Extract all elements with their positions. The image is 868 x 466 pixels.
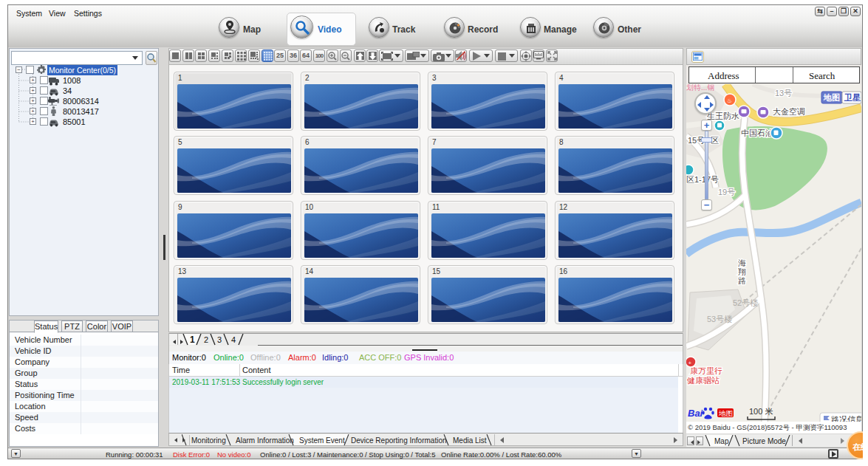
- svg-text:2: 2: [204, 335, 208, 344]
- svg-text:Alarm Information: Alarm Information: [236, 436, 294, 445]
- svg-text:+: +: [688, 360, 692, 366]
- svg-text:13号: 13号: [775, 89, 792, 97]
- svg-text:1: 1: [190, 335, 195, 345]
- svg-text:19号: 19号: [718, 188, 735, 196]
- svg-text:Map: Map: [714, 437, 729, 445]
- svg-text:Bai: Bai: [688, 408, 703, 419]
- svg-text:4: 4: [231, 335, 236, 344]
- svg-text:System Event: System Event: [299, 436, 345, 445]
- svg-text:♨: ♨: [727, 97, 732, 104]
- svg-text:大金空调: 大金空调: [773, 107, 805, 116]
- svg-text:53号楼: 53号楼: [707, 315, 732, 323]
- svg-text:Picture Mode: Picture Mode: [742, 437, 786, 445]
- svg-text:52号楼: 52号楼: [733, 298, 758, 307]
- svg-text:康万里行: 康万里行: [690, 366, 722, 375]
- svg-text:中国石油: 中国石油: [741, 129, 773, 137]
- svg-text:路况信息: 路况信息: [831, 415, 861, 422]
- svg-text:3: 3: [217, 335, 222, 344]
- svg-text:100 米: 100 米: [749, 407, 773, 416]
- svg-text:生王防水: 生王防水: [707, 112, 739, 120]
- svg-text:卫星: 卫星: [844, 93, 861, 102]
- svg-text:区1-17号: 区1-17号: [686, 175, 719, 184]
- svg-text:健康骃站: 健康骃站: [686, 376, 720, 385]
- svg-text:翔: 翔: [738, 267, 746, 276]
- svg-text:Device Reporting Information: Device Reporting Information: [351, 436, 447, 445]
- svg-text:路: 路: [738, 276, 746, 285]
- svg-text:Monitoring: Monitoring: [191, 436, 226, 445]
- svg-text:地图: 地图: [718, 409, 733, 417]
- svg-text:地图: 地图: [823, 93, 840, 102]
- svg-text:划特...钢: 划特...钢: [686, 84, 714, 92]
- svg-text:海: 海: [738, 258, 746, 267]
- svg-text:Media List: Media List: [453, 436, 487, 445]
